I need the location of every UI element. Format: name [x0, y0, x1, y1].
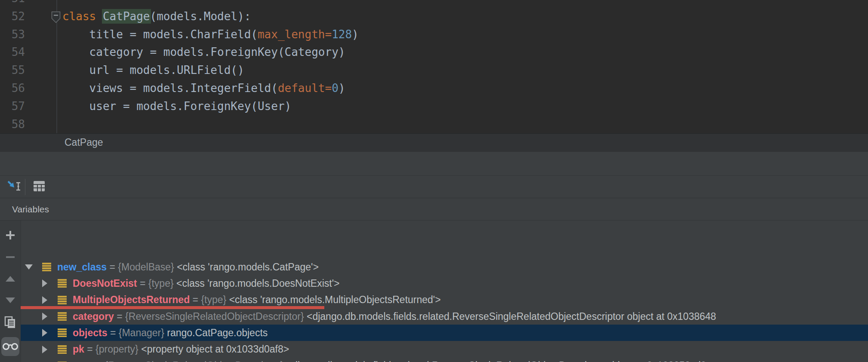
code-token: url = models.URLField(): [62, 64, 244, 77]
code-token: ): [339, 82, 345, 95]
code-token: category = models.ForeignKey(Category): [62, 46, 345, 58]
line-number[interactable]: 52: [0, 8, 25, 26]
code-text[interactable]: views = models.IntegerField(default=0): [62, 80, 345, 98]
variable-icon: [57, 328, 68, 337]
remove-watch-button[interactable]: [0, 254, 21, 261]
variable-value: <property object at 0x1033d0af8>: [141, 344, 289, 355]
code-text[interactable]: category = models.ForeignKey(Category): [62, 43, 345, 61]
equals-sign: =: [114, 311, 125, 322]
variable-row-doesnotexist[interactable]: DoesNotExist = {type} <class 'rango.mode…: [21, 275, 868, 291]
down-arrow-icon: [6, 298, 15, 303]
tree-toggle[interactable]: [41, 313, 48, 320]
code-line: 57 user = models.ForeignKey(User): [0, 98, 868, 116]
collapse-arrow-icon[interactable]: [42, 296, 47, 304]
expand-arrow-icon[interactable]: [25, 264, 33, 270]
variable-icon: [41, 262, 52, 272]
code-line: 55 url = models.URLField(): [0, 61, 868, 80]
code-token: 128: [332, 28, 352, 41]
show-watches-toggle[interactable]: [1, 337, 19, 356]
evaluate-table-icon: [33, 181, 45, 193]
variable-row-objects[interactable]: objects = {Manager} rango.CatPage.object…: [21, 325, 868, 341]
variable-value: <class 'rango.models.MultipleObjectsRetu…: [229, 294, 441, 306]
toolbar-separator: [25, 179, 25, 195]
variables-panel-title: Variables: [12, 204, 49, 215]
add-icon: [5, 230, 15, 242]
copy-button[interactable]: [0, 316, 21, 330]
line-number[interactable]: 51: [0, 0, 25, 8]
editor-lines: 5152class CatPage(models.Model):53 title…: [0, 0, 868, 133]
breadcrumb-item-catpage[interactable]: CatPage: [65, 137, 103, 148]
up-arrow-icon: [6, 276, 15, 282]
splitter-band[interactable]: [0, 151, 868, 176]
variable-row-category[interactable]: category = {ReverseSingleRelatedObjectDe…: [21, 308, 868, 325]
variable-row-user[interactable]: user = {ReverseSingleRelatedObjectDescri…: [21, 358, 868, 362]
variable-name: objects: [73, 327, 108, 339]
tree-toggle[interactable]: [41, 297, 48, 304]
variable-name: user: [73, 360, 94, 362]
code-line: 58: [0, 116, 868, 133]
line-number[interactable]: 55: [0, 61, 25, 80]
tree-toggle[interactable]: [41, 346, 48, 353]
code-token: title = models.CharField(: [62, 28, 258, 41]
tree-toggle[interactable]: [25, 264, 33, 270]
collapse-arrow-icon[interactable]: [42, 313, 47, 320]
variable-name: category: [73, 311, 114, 322]
line-number[interactable]: 54: [0, 43, 25, 61]
code-text[interactable]: user = models.ForeignKey(User): [62, 98, 291, 116]
variable-name: DoesNotExist: [73, 278, 137, 289]
variable-type: {ReverseSingleRelatedObjectDescriptor}: [125, 311, 307, 322]
code-text[interactable]: class CatPage(models.Model):: [62, 8, 251, 26]
variable-value: <django.db.models.fields.related.Reverse…: [286, 360, 712, 362]
tree-toggle[interactable]: [41, 329, 48, 336]
line-number[interactable]: 57: [0, 98, 25, 116]
code-token: (models.Model):: [150, 10, 251, 23]
line-number[interactable]: 53: [0, 26, 25, 44]
variable-value: rango.CatPage.objects: [167, 327, 268, 339]
evaluate-table-button[interactable]: [30, 178, 49, 196]
copy-icon: [4, 316, 17, 330]
code-text[interactable]: url = models.URLField(): [62, 61, 244, 80]
equals-sign: =: [94, 360, 105, 362]
variable-icon: [57, 312, 68, 321]
variable-value: <class 'rango.models.DoesNotExist'>: [176, 278, 340, 289]
equals-sign: =: [84, 344, 95, 355]
watches-side-toolbar: [0, 221, 21, 362]
breadcrumb-bar: CatPage: [0, 133, 868, 151]
move-down-button[interactable]: [0, 298, 21, 303]
variables-panel-header: Variables: [0, 198, 868, 220]
error-underline: [21, 306, 324, 309]
variables-tree: new_class = {ModelBase} <class 'rango.mo…: [21, 221, 868, 362]
variable-type: {type}: [201, 294, 229, 306]
tree-toggle[interactable]: [41, 280, 48, 287]
variable-name: pk: [73, 344, 84, 355]
variable-name: new_class: [57, 261, 107, 273]
code-editor[interactable]: 5152class CatPage(models.Model):53 title…: [0, 0, 868, 133]
remove-icon: [6, 254, 15, 261]
variable-icon: [57, 345, 68, 354]
add-watch-button[interactable]: [0, 230, 21, 242]
fold-collapse-icon[interactable]: [50, 11, 62, 24]
code-line: 56 views = models.IntegerField(default=0…: [0, 80, 868, 98]
variable-icon: [57, 279, 68, 288]
line-number[interactable]: 56: [0, 80, 25, 98]
equals-sign: =: [108, 327, 119, 339]
variable-row-new-class[interactable]: new_class = {ModelBase} <class 'rango.mo…: [21, 259, 868, 275]
code-text[interactable]: title = models.CharField(max_length=128): [62, 26, 359, 44]
run-to-cursor-button[interactable]: [5, 178, 24, 196]
variables-tree-area: new_class = {ModelBase} <class 'rango.mo…: [0, 220, 868, 362]
equals-sign: =: [190, 294, 201, 306]
variable-type: {ModelBase}: [118, 261, 177, 273]
collapse-arrow-icon[interactable]: [42, 346, 47, 353]
variable-value: <class 'rango.models.CatPage'>: [177, 261, 319, 273]
code-line: 51: [0, 0, 868, 8]
variable-type: {ReverseSingleRelatedObjectDescriptor}: [105, 360, 286, 362]
variable-row-pk[interactable]: pk = {property} <property object at 0x10…: [21, 341, 868, 357]
code-line: 53 title = models.CharField(max_length=1…: [0, 26, 868, 44]
code-token: default=: [278, 82, 332, 95]
line-number[interactable]: 58: [0, 116, 25, 133]
code-token: user = models.ForeignKey(User): [62, 100, 291, 113]
collapse-arrow-icon[interactable]: [42, 279, 47, 287]
code-line: 52class CatPage(models.Model):: [0, 8, 868, 26]
move-up-button[interactable]: [0, 276, 21, 282]
collapse-arrow-icon[interactable]: [42, 329, 47, 337]
